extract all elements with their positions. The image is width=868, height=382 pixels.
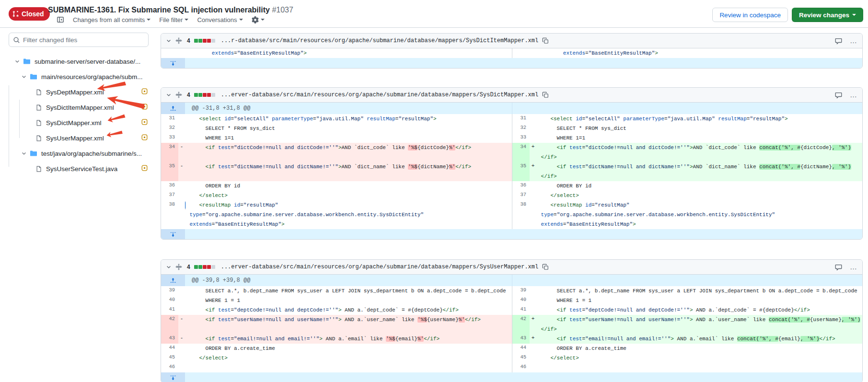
- copy-icon[interactable]: [542, 92, 549, 98]
- code-text: <resultMap id="resultMap": [538, 200, 862, 210]
- code-text: WHERE 1=1: [186, 133, 512, 143]
- diff-sign: [530, 124, 536, 133]
- copy-icon[interactable]: [542, 37, 549, 44]
- line-number[interactable]: 32: [161, 124, 178, 133]
- line-number[interactable]: 31: [161, 114, 178, 124]
- file-filter-box[interactable]: [9, 33, 149, 47]
- review-changes-button[interactable]: Review changes: [792, 8, 863, 22]
- line-number[interactable]: 33: [161, 133, 178, 143]
- diff-cell-ctx: 39 SELECT a.*, b.dept_name FROM sys_user…: [161, 286, 512, 296]
- line-number[interactable]: 45: [512, 353, 530, 363]
- diff-sign: [530, 286, 536, 296]
- line-number[interactable]: 46: [512, 363, 530, 372]
- diff-cell-ctx: 33 WHERE 1=1: [161, 133, 512, 143]
- line-number[interactable]: 36: [161, 181, 178, 191]
- line-number[interactable]: 34: [512, 143, 530, 162]
- line-number[interactable]: 33: [512, 133, 530, 143]
- drag-handle-icon[interactable]: [175, 264, 182, 270]
- diff-line-row: extends="BaseEntityResultMap"> extends="…: [161, 48, 862, 58]
- expand-down-button[interactable]: [161, 229, 185, 239]
- expand-diff-row: [161, 229, 862, 239]
- expand-down-button[interactable]: [161, 372, 185, 382]
- code-line: ORDER BY id: [536, 181, 862, 191]
- conversations-menu[interactable]: Conversations: [197, 16, 243, 23]
- line-number[interactable]: [512, 48, 530, 58]
- kebab-menu-button[interactable]: …: [850, 265, 857, 269]
- diff-cell-ctx: 46: [512, 363, 862, 372]
- modified-file-icon: [141, 104, 148, 111]
- tree-file-row[interactable]: SysUserMapper.xml: [0, 130, 158, 146]
- code-text: ORDER BY id: [538, 181, 862, 191]
- line-number[interactable]: 39: [512, 286, 530, 296]
- tree-file-row[interactable]: SysDeptMapper.xml: [0, 84, 158, 100]
- tree-folder-row[interactable]: test/java/org/apache/submarine/s...: [0, 146, 158, 161]
- line-number[interactable]: 45: [161, 353, 178, 363]
- line-number[interactable]: 37: [512, 191, 530, 200]
- expand-hunk-button[interactable]: [161, 103, 185, 114]
- file-filter-menu[interactable]: File filter: [159, 16, 188, 23]
- tree-file-row[interactable]: SysDictMapper.xml: [0, 115, 158, 130]
- code-line: <if test="dictCode!=null and dictCode!='…: [536, 143, 862, 162]
- line-number[interactable]: 38: [512, 200, 530, 229]
- line-number[interactable]: 42: [512, 315, 530, 334]
- line-number[interactable]: 40: [161, 296, 178, 305]
- tree-file-row[interactable]: SysDictItemMapper.xml: [0, 100, 158, 115]
- expand-down-button[interactable]: [161, 58, 185, 68]
- file-filter-input[interactable]: [23, 36, 144, 44]
- line-number[interactable]: 41: [161, 305, 178, 315]
- line-number[interactable]: 37: [161, 191, 178, 200]
- line-number[interactable]: 44: [161, 344, 178, 353]
- file-header: 4...r-database/src/main/resources/org/ap…: [161, 34, 862, 48]
- kebab-menu-button[interactable]: …: [850, 93, 857, 97]
- diff-sign: [530, 191, 536, 200]
- diff-cell-ctx: 41 <if test="deptCode!=null and deptCode…: [512, 305, 862, 315]
- line-number[interactable]: [161, 48, 178, 58]
- tree-folder-row[interactable]: submarine-server/server-database/...: [0, 54, 158, 69]
- drag-handle-icon[interactable]: [175, 92, 182, 98]
- collapse-file-chevron-icon[interactable]: [166, 92, 172, 98]
- line-number[interactable]: 43: [512, 334, 530, 344]
- line-number[interactable]: 36: [512, 181, 530, 191]
- diffstat-block: [211, 265, 215, 269]
- line-number[interactable]: 42: [161, 315, 178, 334]
- tree-item-label: SysDeptMapper.xml: [46, 89, 104, 96]
- kebab-menu-button[interactable]: …: [850, 39, 857, 43]
- diffstat: [194, 265, 215, 269]
- line-number[interactable]: 44: [512, 344, 530, 353]
- diff-panel: 4...erver-database/src/main/resources/or…: [161, 259, 863, 382]
- code-text: <if test="dictCode!=null and dictCode!='…: [538, 143, 862, 152]
- changes-from-menu[interactable]: Changes from all commits: [73, 16, 150, 23]
- diff-cell-ctx: 37 </select>: [161, 191, 512, 200]
- diff-panels: 4...r-database/src/main/resources/org/ap…: [161, 28, 863, 382]
- line-number[interactable]: 46: [161, 363, 178, 372]
- line-number[interactable]: 32: [512, 124, 530, 133]
- comment-button[interactable]: [835, 264, 842, 271]
- review-in-codespace-button[interactable]: Review in codespace: [712, 8, 788, 22]
- line-number[interactable]: 39: [161, 286, 178, 296]
- collapse-file-chevron-icon[interactable]: [166, 264, 172, 270]
- collapse-sidebar-icon[interactable]: [57, 16, 64, 23]
- comment-button[interactable]: [835, 37, 842, 45]
- diff-cell-ctx: 45 </select>: [161, 353, 512, 363]
- tree-file-row[interactable]: SysUserServiceTest.java: [0, 161, 158, 176]
- tree-folder-row[interactable]: main/resources/org/apache/subm...: [0, 69, 158, 84]
- line-number[interactable]: 40: [512, 296, 530, 305]
- line-number[interactable]: 41: [512, 305, 530, 315]
- line-number[interactable]: 35: [512, 162, 530, 181]
- copy-icon[interactable]: [542, 264, 549, 270]
- line-number[interactable]: 38: [161, 200, 178, 229]
- changed-lines-count: 4: [187, 92, 190, 98]
- diff-settings-menu[interactable]: [252, 16, 265, 23]
- line-number[interactable]: 43: [161, 334, 178, 344]
- line-number[interactable]: 35: [161, 162, 178, 181]
- code-text: </if>: [538, 324, 862, 334]
- diff-cell-ctx: 38 <resultMap id="resultMap" type="org.a…: [512, 200, 862, 229]
- comment-button[interactable]: [835, 92, 842, 99]
- drag-handle-icon[interactable]: [175, 37, 182, 44]
- expand-hunk-button[interactable]: [161, 275, 185, 286]
- diff-line-row: 4646: [161, 363, 862, 372]
- add-comment-button[interactable]: +: [185, 201, 185, 209]
- line-number[interactable]: 34: [161, 143, 178, 162]
- line-number[interactable]: 31: [512, 114, 530, 124]
- collapse-file-chevron-icon[interactable]: [166, 38, 172, 44]
